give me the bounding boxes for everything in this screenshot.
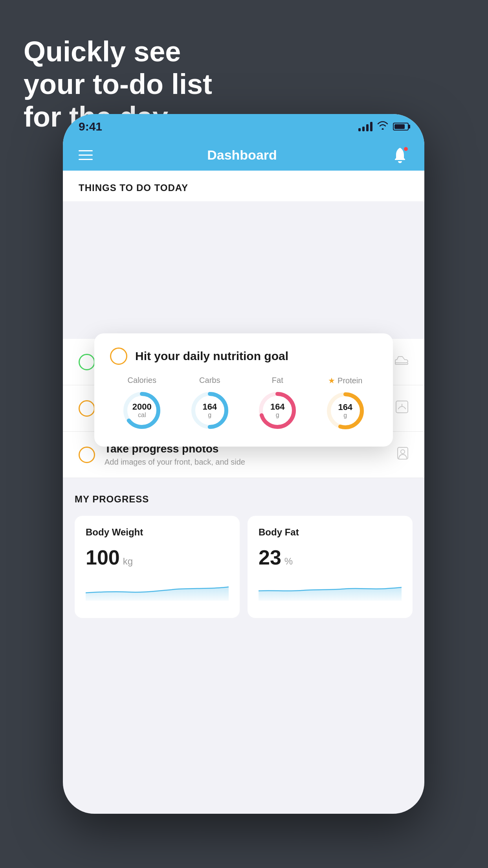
donut-calories: 2000 cal bbox=[120, 389, 163, 432]
body-weight-unit: kg bbox=[123, 556, 133, 567]
things-today-header: THINGS TO DO TODAY bbox=[63, 171, 424, 201]
my-progress-title: MY PROGRESS bbox=[75, 494, 413, 505]
signal-bars-icon bbox=[358, 122, 372, 131]
nutrition-card[interactable]: Hit your daily nutrition goal Calories 2… bbox=[94, 333, 393, 447]
battery-icon bbox=[393, 123, 409, 131]
scale-icon bbox=[395, 400, 409, 416]
body-weight-value: 100 kg bbox=[86, 546, 229, 569]
nutrition-card-header: Hit your daily nutrition goal bbox=[110, 348, 377, 365]
body-weight-title: Body Weight bbox=[86, 527, 229, 538]
bell-button[interactable] bbox=[391, 146, 409, 164]
donut-protein: 164 g bbox=[324, 389, 367, 432]
headline-line1: Quickly see bbox=[24, 35, 212, 68]
stat-calories-label: Calories bbox=[128, 376, 156, 385]
donut-fat: 164 g bbox=[256, 389, 299, 432]
person-icon bbox=[397, 447, 409, 463]
body-fat-number: 23 bbox=[259, 546, 281, 569]
body-weight-card[interactable]: Body Weight 100 kg bbox=[75, 516, 240, 618]
nav-bar: Dashboard bbox=[63, 139, 424, 171]
calories-value: 2000 bbox=[132, 402, 152, 412]
body-fat-unit: % bbox=[284, 556, 293, 567]
body-weight-chart bbox=[86, 577, 229, 602]
stat-protein-label: ★Protein bbox=[328, 376, 362, 385]
body-fat-title: Body Fat bbox=[259, 527, 402, 538]
body-fat-card[interactable]: Body Fat 23 % bbox=[248, 516, 413, 618]
status-bar: 9:41 bbox=[63, 114, 424, 139]
stat-calories: Calories 2000 cal bbox=[120, 376, 163, 432]
nutrition-card-title: Hit your daily nutrition goal bbox=[135, 349, 288, 363]
body-fat-value: 23 % bbox=[259, 546, 402, 569]
todo-circle-body-stats bbox=[79, 400, 95, 417]
phone-frame: 9:41 Dashboard bbox=[63, 114, 424, 814]
todo-circle-running bbox=[79, 354, 95, 370]
notification-dot bbox=[403, 146, 409, 152]
todo-circle-photos bbox=[79, 447, 95, 463]
hamburger-icon[interactable] bbox=[79, 150, 93, 160]
carbs-value: 164 bbox=[202, 402, 217, 412]
stat-carbs-label: Carbs bbox=[199, 376, 220, 385]
wifi-icon bbox=[377, 121, 388, 132]
things-today-title: THINGS TO DO TODAY bbox=[79, 182, 188, 193]
stat-protein: ★Protein 164 g bbox=[324, 376, 367, 432]
nav-title: Dashboard bbox=[207, 147, 277, 163]
nutrition-circle-indicator bbox=[110, 348, 127, 365]
donut-carbs: 164 g bbox=[188, 389, 231, 432]
stat-carbs: Carbs 164 g bbox=[188, 376, 231, 432]
body-fat-chart bbox=[259, 577, 402, 602]
headline-line2: your to-do list bbox=[24, 68, 212, 101]
status-time: 9:41 bbox=[79, 120, 102, 133]
nutrition-stats: Calories 2000 cal Carbs bbox=[110, 376, 377, 432]
progress-cards: Body Weight 100 kg bbox=[75, 516, 413, 618]
phone-content: THINGS TO DO TODAY Hit your daily nutrit… bbox=[63, 171, 424, 814]
stat-fat-label: Fat bbox=[272, 376, 283, 385]
stat-fat: Fat 164 g bbox=[256, 376, 299, 432]
fat-value: 164 bbox=[270, 402, 285, 412]
shoe-icon bbox=[394, 355, 409, 369]
body-weight-number: 100 bbox=[86, 546, 120, 569]
svg-point-11 bbox=[401, 450, 405, 454]
my-progress-section: MY PROGRESS Body Weight 100 kg bbox=[63, 478, 424, 634]
status-icons bbox=[358, 121, 409, 132]
star-icon: ★ bbox=[328, 376, 335, 385]
todo-subtitle-photos: Add images of your front, back, and side bbox=[105, 458, 397, 467]
protein-value: 164 bbox=[338, 403, 352, 412]
